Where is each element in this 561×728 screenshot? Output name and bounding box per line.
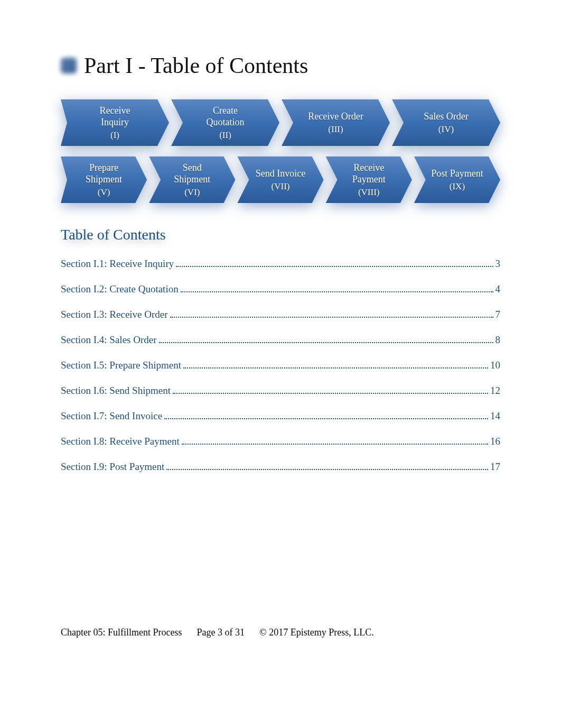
process-step-create-quotation: Create Quotation (II) bbox=[171, 99, 279, 146]
process-step-receive-inquiry: Receive Inquiry (I) bbox=[61, 99, 169, 146]
toc-leader-dots bbox=[170, 312, 493, 318]
toc-entry-title: Section I.1: Receive Inquiry bbox=[61, 258, 174, 270]
process-step-roman: (VII) bbox=[272, 181, 290, 192]
toc-entry[interactable]: Section I.3: Receive Order 7 bbox=[61, 309, 500, 320]
toc-entry-page: 17 bbox=[490, 461, 500, 473]
process-step-label: Create Quotation bbox=[207, 105, 245, 128]
process-step-post-payment: Post Payment (IX) bbox=[414, 156, 500, 203]
toc-leader-dots bbox=[176, 262, 493, 267]
process-step-roman: (III) bbox=[328, 124, 343, 135]
process-step-label: Receive Inquiry bbox=[100, 105, 130, 128]
toc-entry-title: Section I.5: Prepare Shipment bbox=[61, 360, 181, 371]
toc-entry-title: Section I.7: Send Invoice bbox=[61, 410, 162, 422]
process-step-label: Post Payment bbox=[431, 168, 483, 180]
footer-copyright: © 2017 Epistemy Press, LLC. bbox=[259, 627, 374, 638]
toc-entry[interactable]: Section I.1: Receive Inquiry 3 bbox=[61, 258, 500, 270]
process-flow: Receive Inquiry (I) Create Quotation (II… bbox=[61, 99, 500, 203]
toc-leader-dots bbox=[183, 363, 488, 368]
toc-entry-title: Section I.8: Receive Payment bbox=[61, 436, 180, 447]
toc-entry-title: Section I.9: Post Payment bbox=[61, 461, 164, 473]
process-step-roman: (IX) bbox=[450, 181, 465, 192]
process-step-roman: (IV) bbox=[438, 124, 454, 135]
toc-entry-page: 4 bbox=[495, 283, 501, 295]
toc-entry[interactable]: Section I.6: Send Shipment 12 bbox=[61, 385, 500, 397]
process-step-send-invoice: Send Invoice (VII) bbox=[237, 156, 323, 203]
toc-leader-dots bbox=[166, 465, 488, 470]
toc-entry-page: 3 bbox=[495, 258, 501, 270]
heading-row: Part I - Table of Contents bbox=[61, 53, 500, 78]
toc-entry[interactable]: Section I.8: Receive Payment 16 bbox=[61, 436, 500, 447]
toc-entry-page: 14 bbox=[490, 410, 500, 422]
process-step-roman: (V) bbox=[98, 187, 110, 198]
toc-entry-page: 10 bbox=[490, 360, 500, 371]
toc-leader-dots bbox=[182, 439, 488, 445]
process-row-2: Prepare Shipment (V) Send Shipment (VI) … bbox=[61, 156, 500, 203]
toc-list: Section I.1: Receive Inquiry 3 Section I… bbox=[61, 258, 500, 473]
process-step-label: Send Shipment bbox=[174, 162, 210, 186]
process-step-label: Receive Order bbox=[308, 110, 363, 123]
toc-entry-page: 16 bbox=[490, 436, 500, 447]
section-bullet-icon bbox=[61, 58, 77, 73]
toc-entry-page: 8 bbox=[495, 334, 501, 346]
toc-entry-page: 7 bbox=[495, 309, 501, 320]
toc-heading: Table of Contents bbox=[61, 226, 500, 243]
toc-entry[interactable]: Section I.4: Sales Order 8 bbox=[61, 334, 500, 346]
toc-entry-title: Section I.6: Send Shipment bbox=[61, 385, 171, 397]
process-step-receive-payment: Receive Payment (VIII) bbox=[326, 156, 412, 203]
process-step-roman: (II) bbox=[219, 130, 231, 141]
toc-leader-dots bbox=[164, 414, 488, 419]
toc-entry-page: 12 bbox=[490, 385, 500, 397]
toc-entry[interactable]: Section I.9: Post Payment 17 bbox=[61, 461, 500, 473]
toc-entry[interactable]: Section I.2: Create Quotation 4 bbox=[61, 283, 500, 295]
toc-entry[interactable]: Section I.5: Prepare Shipment 10 bbox=[61, 360, 500, 371]
process-step-receive-order: Receive Order (III) bbox=[282, 99, 390, 146]
process-step-prepare-shipment: Prepare Shipment (V) bbox=[61, 156, 147, 203]
toc-entry-title: Section I.2: Create Quotation bbox=[61, 283, 179, 295]
process-step-roman: (I) bbox=[110, 130, 119, 141]
footer-chapter: Chapter 05: Fulfillment Process bbox=[61, 627, 182, 638]
toc-entry[interactable]: Section I.7: Send Invoice 14 bbox=[61, 410, 500, 422]
toc-entry-title: Section I.4: Sales Order bbox=[61, 334, 157, 346]
document-page: Part I - Table of Contents Receive Inqui… bbox=[0, 0, 561, 728]
process-step-label: Prepare Shipment bbox=[86, 162, 122, 186]
page-footer: Chapter 05: Fulfillment Process Page 3 o… bbox=[61, 627, 500, 638]
process-step-label: Receive Payment bbox=[352, 162, 386, 186]
toc-leader-dots bbox=[173, 389, 488, 394]
process-step-roman: (VIII) bbox=[358, 187, 380, 198]
process-step-label: Send Invoice bbox=[256, 168, 305, 180]
footer-page-number: Page 3 of 31 bbox=[197, 627, 244, 638]
process-step-send-shipment: Send Shipment (VI) bbox=[149, 156, 235, 203]
process-row-1: Receive Inquiry (I) Create Quotation (II… bbox=[61, 99, 500, 146]
process-step-sales-order: Sales Order (IV) bbox=[392, 99, 500, 146]
process-step-roman: (VI) bbox=[184, 187, 200, 198]
toc-entry-title: Section I.3: Receive Order bbox=[61, 309, 168, 320]
toc-leader-dots bbox=[159, 338, 493, 343]
page-title: Part I - Table of Contents bbox=[84, 53, 308, 78]
toc-leader-dots bbox=[181, 287, 493, 292]
process-step-label: Sales Order bbox=[424, 110, 468, 123]
